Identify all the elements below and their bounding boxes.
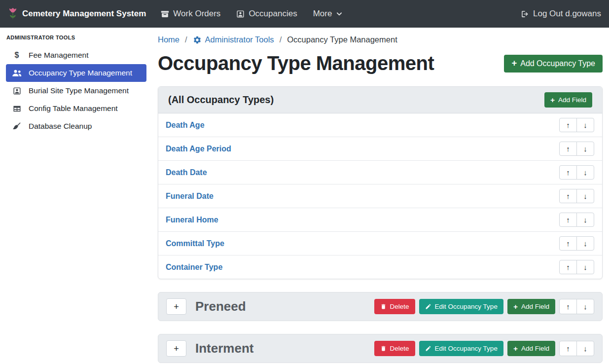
add-occupancy-type-label: Add Occupancy Type bbox=[520, 59, 595, 68]
move-up-button[interactable]: ↑ bbox=[559, 299, 577, 314]
edit-occupancy-type-label: Edit Occupancy Type bbox=[435, 303, 498, 310]
nav-more[interactable]: More bbox=[313, 9, 343, 19]
add-occupancy-type-button[interactable]: + Add Occupancy Type bbox=[504, 55, 603, 73]
move-down-button[interactable]: ↓ bbox=[576, 299, 594, 314]
add-field-button[interactable]: + Add Field bbox=[507, 299, 555, 314]
card-header: (All Occupancy Types) + Add Field bbox=[158, 87, 602, 113]
move-down-button[interactable]: ↓ bbox=[576, 165, 594, 180]
nav-occupancies[interactable]: Occupancies bbox=[236, 9, 297, 19]
move-down-button[interactable]: ↓ bbox=[576, 341, 594, 356]
sidebar-item-label: Database Cleanup bbox=[29, 122, 92, 131]
plus-icon: + bbox=[550, 97, 555, 104]
app-root: Cemetery Management System Work Orders bbox=[0, 0, 609, 364]
page-layout: ADMINISTRATOR TOOLS $ Fee Management Occ… bbox=[0, 28, 609, 364]
move-up-button[interactable]: ↑ bbox=[559, 118, 577, 132]
sidebar-item-fee-management[interactable]: $ Fee Management bbox=[6, 46, 146, 64]
occupancy-type-section-preneed: + Preneed Delete Edit Occupancy Type bbox=[158, 292, 603, 321]
breadcrumb-admin-tools-label: Administrator Tools bbox=[205, 35, 274, 44]
add-field-label: Add Field bbox=[521, 345, 549, 352]
field-row: Death Age Period ↑ ↓ bbox=[158, 137, 602, 161]
expand-button[interactable]: + bbox=[166, 340, 186, 357]
field-name-link[interactable]: Death Age Period bbox=[166, 145, 231, 153]
move-up-button[interactable]: ↑ bbox=[559, 236, 577, 251]
field-row: Death Age ↑ ↓ bbox=[158, 113, 602, 137]
delete-button[interactable]: Delete bbox=[374, 299, 415, 314]
move-down-button[interactable]: ↓ bbox=[576, 189, 594, 203]
move-up-button[interactable]: ↑ bbox=[559, 260, 577, 274]
add-field-button[interactable]: + Add Field bbox=[544, 92, 592, 108]
move-up-button[interactable]: ↑ bbox=[559, 142, 577, 156]
field-name-link[interactable]: Funeral Date bbox=[166, 192, 214, 201]
pencil-icon bbox=[425, 303, 431, 310]
sidebar-item-label: Config Table Management bbox=[29, 104, 118, 113]
sidebar-item-database-cleanup[interactable]: Database Cleanup bbox=[6, 117, 146, 135]
sidebar-item-burial-site-type-management[interactable]: Burial Site Type Management bbox=[6, 82, 146, 100]
sidebar-item-config-table-management[interactable]: Config Table Management bbox=[6, 100, 146, 117]
card-title: (All Occupancy Types) bbox=[168, 94, 274, 106]
breadcrumb-separator: / bbox=[185, 35, 187, 44]
delete-button[interactable]: Delete bbox=[374, 341, 415, 356]
pencil-icon bbox=[425, 345, 431, 352]
field-name-link[interactable]: Container Type bbox=[166, 263, 222, 272]
tulip-logo-icon bbox=[8, 7, 18, 20]
edit-occupancy-type-button[interactable]: Edit Occupancy Type bbox=[419, 299, 503, 314]
move-up-button[interactable]: ↑ bbox=[559, 165, 577, 180]
expand-button[interactable]: + bbox=[166, 298, 186, 315]
move-down-button[interactable]: ↓ bbox=[576, 236, 594, 251]
move-up-button[interactable]: ↑ bbox=[559, 341, 577, 356]
section-actions: Delete Edit Occupancy Type + Add Field ↑ bbox=[374, 341, 594, 356]
section-title: Interment bbox=[195, 341, 253, 356]
broom-icon bbox=[11, 122, 22, 131]
table-icon bbox=[11, 105, 22, 113]
section-title: Preneed bbox=[195, 299, 246, 314]
move-down-button[interactable]: ↓ bbox=[576, 213, 594, 227]
nav-work-orders[interactable]: Work Orders bbox=[161, 9, 220, 19]
add-field-label: Add Field bbox=[558, 96, 586, 104]
gear-icon bbox=[193, 36, 202, 44]
move-down-button[interactable]: ↓ bbox=[576, 260, 594, 274]
title-row: Occupancy Type Management + Add Occupanc… bbox=[158, 52, 603, 74]
reorder-group: ↑ ↓ bbox=[559, 118, 594, 132]
breadcrumb-admin-tools[interactable]: Administrator Tools bbox=[193, 35, 274, 44]
move-up-button[interactable]: ↑ bbox=[559, 213, 577, 227]
sidebar-item-occupancy-type-management[interactable]: Occupancy Type Management bbox=[6, 64, 146, 82]
main-content: Home / Administrator Tools / Occupancy T… bbox=[152, 28, 609, 364]
all-occupancy-types-card: (All Occupancy Types) + Add Field Death … bbox=[158, 86, 603, 279]
field-name-link[interactable]: Death Age bbox=[166, 121, 205, 130]
reorder-group: ↑ ↓ bbox=[559, 142, 594, 156]
field-row: Container Type ↑ ↓ bbox=[158, 255, 602, 279]
logout-button[interactable]: Log Out d.gowans bbox=[521, 9, 601, 19]
occupancy-type-section-interment: + Interment Delete Edit Occupancy Type bbox=[158, 334, 603, 363]
app-brand[interactable]: Cemetery Management System bbox=[8, 7, 146, 20]
field-name-link[interactable]: Death Date bbox=[166, 168, 207, 177]
sidebar-item-label: Fee Management bbox=[29, 51, 89, 60]
move-up-button[interactable]: ↑ bbox=[559, 189, 577, 203]
reorder-group: ↑ ↓ bbox=[559, 260, 594, 274]
plus-icon: + bbox=[511, 59, 517, 68]
person-frame-icon bbox=[11, 87, 22, 95]
dollar-icon: $ bbox=[11, 51, 22, 60]
edit-occupancy-type-button[interactable]: Edit Occupancy Type bbox=[419, 341, 503, 356]
reorder-group: ↑ ↓ bbox=[559, 213, 594, 227]
field-name-link[interactable]: Funeral Home bbox=[166, 216, 218, 224]
logout-label: Log Out d.gowans bbox=[533, 9, 601, 19]
move-down-button[interactable]: ↓ bbox=[576, 118, 594, 132]
breadcrumb-home[interactable]: Home bbox=[158, 35, 179, 44]
nav-work-orders-label: Work Orders bbox=[173, 9, 220, 19]
sidebar-item-label: Occupancy Type Management bbox=[29, 69, 132, 77]
section-actions: Delete Edit Occupancy Type + Add Field ↑ bbox=[374, 299, 594, 314]
logout-icon bbox=[521, 10, 529, 18]
field-name-link[interactable]: Committal Type bbox=[166, 239, 224, 248]
field-row: Death Date ↑ ↓ bbox=[158, 161, 602, 184]
delete-label: Delete bbox=[390, 303, 409, 310]
trash-icon bbox=[380, 303, 387, 310]
field-row: Committal Type ↑ ↓ bbox=[158, 232, 602, 255]
move-down-button[interactable]: ↓ bbox=[576, 142, 594, 156]
reorder-group: ↑ ↓ bbox=[559, 299, 594, 314]
reorder-group: ↑ ↓ bbox=[559, 341, 594, 356]
reorder-group: ↑ ↓ bbox=[559, 189, 594, 203]
breadcrumb-separator: / bbox=[280, 35, 282, 44]
top-navbar: Cemetery Management System Work Orders bbox=[0, 0, 609, 28]
page-title: Occupancy Type Management bbox=[158, 52, 434, 74]
add-field-button[interactable]: + Add Field bbox=[507, 341, 555, 356]
